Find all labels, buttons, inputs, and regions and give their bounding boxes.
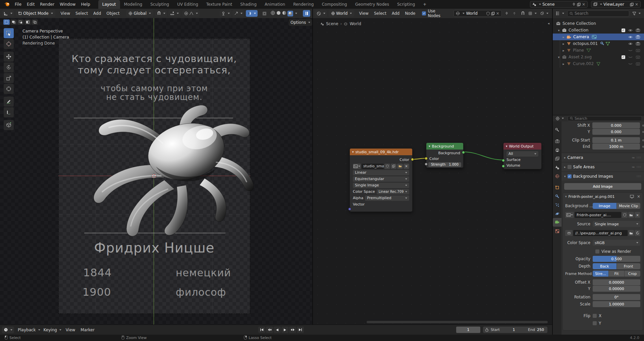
scene-name[interactable]: Scene [542, 2, 571, 7]
shift-y-field[interactable]: 0.000 [592, 129, 640, 135]
vp-menu-view[interactable]: View [58, 11, 73, 16]
hide-eye-icon[interactable] [628, 42, 633, 45]
show-overlays-button[interactable] [232, 10, 244, 17]
jump-to-end-button[interactable] [297, 327, 304, 333]
timeline-editor-type[interactable] [2, 327, 14, 333]
env-fake-user-button[interactable] [384, 164, 390, 169]
outliner-row-camera[interactable]: ▸ Camera [553, 34, 644, 40]
render-disabled-icon[interactable] [636, 49, 640, 52]
blender-logo-icon[interactable] [3, 1, 10, 8]
panel-bg-grip[interactable]: ∷∷ [637, 175, 641, 178]
viewport-3d[interactable]: Кто сражается с чудовищами, тому следует… [0, 18, 312, 325]
remove-bg-image-icon[interactable]: × [637, 194, 640, 199]
panel-camera-grip[interactable]: ∷∷ [637, 156, 641, 159]
shading-wireframe-icon[interactable] [270, 10, 275, 16]
flip-x-checkbox[interactable] [593, 314, 597, 318]
next-keyframe-button[interactable] [289, 327, 296, 333]
render-disabled-icon[interactable] [636, 62, 640, 65]
shading-solid-icon[interactable] [276, 10, 281, 16]
tool-transform[interactable] [4, 84, 14, 94]
shading-material-icon[interactable] [282, 10, 287, 16]
env-source-dropdown[interactable]: Single Image [353, 183, 409, 188]
curve-expand-icon[interactable]: ▸ [561, 62, 566, 66]
projection-dropdown[interactable]: Equirectangular [353, 176, 409, 182]
select-mode-invert[interactable] [24, 19, 31, 25]
tab-tool[interactable] [553, 125, 561, 134]
menu-render[interactable]: Render [37, 2, 57, 7]
ne-overlays-button[interactable] [538, 10, 550, 17]
tab-object-data[interactable] [553, 218, 561, 227]
pin-node-tree-icon[interactable] [505, 11, 508, 15]
menu-edit[interactable]: Edit [24, 2, 37, 7]
tool-annotate[interactable] [4, 97, 14, 107]
filepath-reload-button[interactable] [635, 230, 640, 236]
xray-toggle[interactable] [246, 10, 258, 17]
tab-texture-paint[interactable]: Texture Paint [202, 0, 236, 9]
frame-crop[interactable]: Crop [625, 271, 640, 277]
source-dropdown[interactable]: Single Image [593, 221, 640, 227]
properties-editor-type[interactable] [554, 116, 566, 121]
tab-world[interactable] [553, 172, 561, 180]
env-unlink-button[interactable]: × [404, 164, 409, 169]
panel-camera-list-icon[interactable]: ≔ [632, 156, 635, 159]
hidden-eye-icon[interactable] [628, 62, 633, 65]
timeline-menu-view[interactable]: View [63, 328, 78, 332]
clip-end-animate-dot[interactable] [642, 146, 644, 148]
background-collapse-icon[interactable]: ▾ [429, 145, 430, 148]
strength-slider[interactable]: Strength1.000 [428, 162, 461, 167]
playback-menu[interactable]: Playback [16, 327, 42, 333]
tab-shading[interactable]: Shading [236, 0, 261, 9]
mode-selector[interactable]: Object Mode [16, 10, 55, 17]
proportional-editing[interactable] [182, 10, 200, 17]
camera-expand-icon[interactable]: ▸ [561, 35, 566, 39]
node-editor-scrollbar[interactable] [367, 321, 548, 323]
background-output-socket[interactable] [462, 151, 465, 154]
tab-uv-editing[interactable]: UV Editing [173, 0, 202, 9]
env-color-output-socket[interactable] [411, 158, 414, 161]
fake-user-shield-icon[interactable] [486, 12, 490, 15]
clip-start-animate-dot[interactable] [642, 139, 644, 141]
menu-file[interactable]: File [12, 2, 24, 7]
select-mode-extend[interactable] [10, 19, 17, 25]
view-as-render-checkbox[interactable] [595, 249, 599, 253]
env-collapse-icon[interactable]: ▾ [352, 150, 354, 154]
start-value[interactable]: 1 [502, 328, 526, 332]
shading-rendered-icon[interactable] [287, 11, 293, 16]
render-pass-button[interactable] [261, 10, 268, 17]
tab-modifiers[interactable] [553, 192, 561, 201]
env-vector-input-socket[interactable] [348, 208, 351, 211]
tab-scripting[interactable]: Scripting [393, 0, 419, 9]
transform-orientation[interactable]: Global [126, 10, 153, 17]
keying-menu[interactable]: Keying [42, 327, 63, 333]
node-background[interactable]: ▾ Background Background Color Strength1.… [426, 143, 464, 168]
img-subpanel-header[interactable]: ▾ Fridrih-poster_ai.png.001 × [563, 194, 643, 199]
tab-scene[interactable] [553, 163, 561, 172]
tab-modeling[interactable]: Modeling [120, 0, 147, 9]
interpolation-dropdown[interactable]: Linear [353, 170, 409, 175]
background-node-header[interactable]: ▾ Background [426, 143, 463, 150]
tab-render[interactable] [553, 137, 561, 146]
tab-animation[interactable]: Animation [261, 0, 289, 9]
env-open-button[interactable] [397, 164, 403, 169]
asset-checkbox[interactable]: ✓ [622, 55, 625, 59]
shader-type-selector[interactable]: World [329, 10, 354, 17]
octopus-expand-icon[interactable]: ▸ [561, 42, 566, 46]
go-to-parent-button[interactable] [511, 10, 518, 17]
asset-expand-icon[interactable]: ▾ [557, 55, 561, 59]
collection-checkbox[interactable]: ✓ [622, 29, 625, 32]
hide-eye-icon[interactable] [628, 29, 633, 32]
scene-selector[interactable]: Scene × [530, 1, 588, 8]
tab-physics[interactable] [553, 209, 561, 218]
render-visibility-icon[interactable] [636, 42, 640, 45]
ne-menu-view[interactable]: View [356, 11, 371, 16]
offset-y-field[interactable]: 0.00000 [593, 286, 640, 292]
ne-editor-type-button[interactable] [315, 10, 327, 17]
tool-add-cube[interactable] [4, 120, 14, 130]
new-scene-icon[interactable] [577, 3, 581, 6]
show-gizmo-button[interactable] [220, 10, 231, 17]
tab-compositing[interactable]: Compositing [318, 0, 351, 9]
env-image-name[interactable]: studio_small_09... [362, 164, 384, 169]
clip-start-field[interactable]: 0.1 m [592, 137, 640, 143]
prev-keyframe-button[interactable] [266, 327, 273, 333]
tab-geometry-nodes[interactable]: Geometry Nodes [351, 0, 393, 9]
